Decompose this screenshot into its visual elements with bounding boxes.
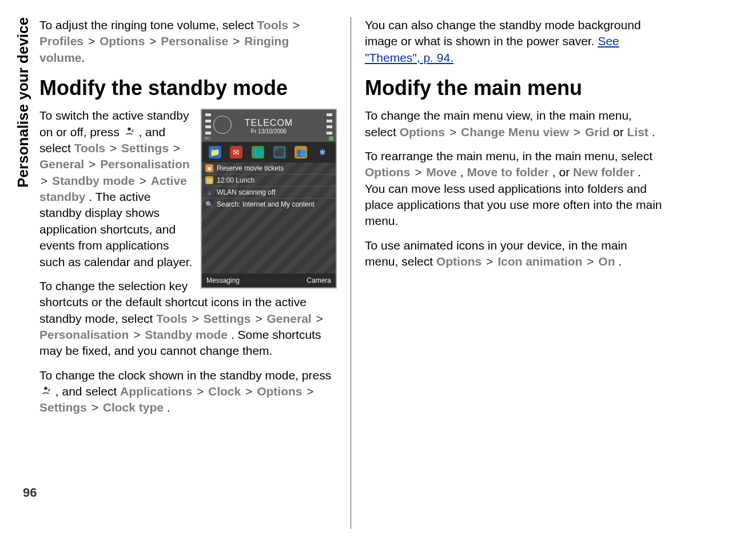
softkey-right: Camera bbox=[307, 276, 331, 284]
separator: > bbox=[292, 18, 301, 31]
shortcut-icon: 📁 bbox=[209, 146, 221, 159]
menu-item: Move bbox=[426, 165, 457, 179]
menu-item: Options bbox=[436, 255, 482, 268]
menu-item: Settings bbox=[204, 312, 251, 325]
para-clock-type: To change the clock shown in the standby… bbox=[39, 367, 337, 416]
heading-main-menu: Modify the main menu bbox=[365, 76, 662, 100]
bluetooth-icon: ✱ bbox=[316, 146, 329, 159]
standby-row: ⏚WLAN scanning off bbox=[202, 186, 336, 198]
svg-point-3 bbox=[44, 387, 47, 390]
menu-item: Options bbox=[100, 34, 145, 48]
menu-item: General bbox=[39, 157, 84, 171]
text: , or bbox=[552, 165, 573, 179]
separator: > bbox=[232, 34, 241, 48]
menu-item: Applications bbox=[120, 385, 192, 398]
softkey-left: Messaging bbox=[206, 276, 240, 284]
svg-point-1 bbox=[132, 130, 133, 132]
svg-point-5 bbox=[49, 388, 50, 389]
section-title-vertical: Personalise your device bbox=[11, 17, 35, 188]
separator: > bbox=[448, 125, 457, 139]
para-menu-view: To change the main menu view, in the mai… bbox=[365, 108, 662, 140]
wlan-icon: ⏚ bbox=[205, 188, 213, 196]
menu-item: Change Menu view bbox=[461, 125, 569, 139]
menu-item: General bbox=[266, 312, 311, 325]
separator: > bbox=[148, 34, 157, 48]
menu-key-icon bbox=[123, 126, 136, 139]
row-text: WLAN scanning off bbox=[217, 188, 276, 196]
menu-key-icon bbox=[39, 385, 52, 398]
separator: > bbox=[87, 34, 96, 48]
menu-item: List bbox=[627, 125, 648, 139]
menu-item: Personalisation bbox=[39, 328, 129, 341]
separator: > bbox=[254, 312, 263, 325]
menu-item: Personalise bbox=[161, 34, 228, 48]
menu-item: New folder bbox=[573, 165, 634, 179]
standby-row: 🔍Search: Internet and My content bbox=[202, 198, 336, 210]
row-text: 12:00 Lunch bbox=[217, 176, 254, 184]
search-icon: 🔍 bbox=[205, 200, 213, 208]
menu-item: Tools bbox=[257, 18, 288, 31]
standby-row: ▤12:00 Lunch bbox=[202, 174, 336, 186]
menu-item: Clock type bbox=[103, 401, 164, 414]
shortcut-icon-row: 📁 ✉ 🌐 ⬛ 👥 ✱ bbox=[202, 142, 336, 163]
shortcut-icon: 🌐 bbox=[252, 146, 264, 159]
menu-item: Move to folder bbox=[467, 165, 549, 179]
para-icon-animation: To use animated icons in your device, in… bbox=[365, 238, 662, 270]
shortcut-icon: 👥 bbox=[295, 146, 307, 159]
menu-item: Icon animation bbox=[498, 255, 582, 268]
standby-row: ■Reserve movie tickets bbox=[202, 163, 336, 174]
menu-item: On bbox=[598, 255, 615, 268]
text: To change the clock shown in the standby… bbox=[39, 369, 331, 382]
para-background-image: You can also change the standby mode bac… bbox=[365, 17, 662, 66]
text: . bbox=[618, 255, 622, 268]
column-divider bbox=[351, 17, 351, 529]
para-ringing-volume: To adjust the ringing tone volume, selec… bbox=[39, 17, 337, 66]
standby-events-list: ■Reserve movie tickets ▤12:00 Lunch ⏚WLA… bbox=[202, 163, 336, 274]
svg-point-4 bbox=[48, 390, 50, 391]
separator: > bbox=[138, 174, 148, 187]
menu-item: Tools bbox=[156, 312, 187, 325]
battery-plug-icon bbox=[329, 136, 333, 141]
separator: > bbox=[109, 141, 118, 155]
separator: > bbox=[172, 141, 181, 155]
separator: > bbox=[90, 401, 100, 414]
svg-point-0 bbox=[128, 128, 131, 131]
right-column: You can also change the standby mode bac… bbox=[365, 17, 662, 529]
heading-standby-mode: Modify the standby mode bbox=[39, 76, 337, 100]
separator: > bbox=[413, 165, 426, 179]
svg-point-2 bbox=[132, 129, 133, 130]
menu-item: Profiles bbox=[39, 34, 83, 48]
separator: > bbox=[315, 312, 324, 325]
separator: > bbox=[305, 385, 315, 398]
battery-bars-icon bbox=[327, 113, 332, 139]
menu-item: Personalisation bbox=[100, 157, 189, 171]
shortcut-icon: ✉ bbox=[230, 146, 242, 159]
operator-label: TELECOM bbox=[245, 118, 293, 128]
phone-screenshot: 3G TELECOM Fr 13/10/2006 📁 ✉ 🌐 ⬛ 👥 ✱ ■Re… bbox=[201, 109, 337, 288]
text: , bbox=[460, 165, 467, 179]
left-column: To adjust the ringing tone volume, selec… bbox=[39, 17, 337, 529]
menu-item: Clock bbox=[208, 385, 241, 398]
menu-item: Settings bbox=[39, 401, 87, 414]
menu-item: Options bbox=[400, 125, 445, 139]
network-3g-label: 3G bbox=[204, 136, 210, 141]
row-text: Search: Internet and My content bbox=[217, 200, 315, 208]
menu-item: Grid bbox=[585, 125, 610, 139]
separator: > bbox=[132, 328, 141, 341]
softkey-bar: Messaging Camera bbox=[202, 274, 336, 287]
text: . bbox=[652, 125, 655, 139]
separator: > bbox=[196, 385, 205, 398]
para-rearrange-menu: To rearrange the main menu, in the main … bbox=[365, 148, 662, 230]
separator: > bbox=[485, 255, 494, 268]
text: To rearrange the main menu, in the main … bbox=[365, 149, 652, 163]
text: , and select bbox=[55, 385, 120, 398]
separator: > bbox=[586, 255, 595, 268]
shortcut-icon: ⬛ bbox=[273, 146, 286, 159]
page-number: 96 bbox=[23, 485, 37, 500]
signal-bars-icon bbox=[205, 113, 211, 139]
row-text: Reserve movie tickets bbox=[217, 164, 284, 172]
calendar-icon: ▤ bbox=[205, 176, 213, 184]
menu-item: Settings bbox=[121, 141, 169, 155]
para-shortcut-icons: To change the selection key shortcuts or… bbox=[39, 278, 337, 359]
menu-item: Standby mode bbox=[145, 328, 228, 341]
